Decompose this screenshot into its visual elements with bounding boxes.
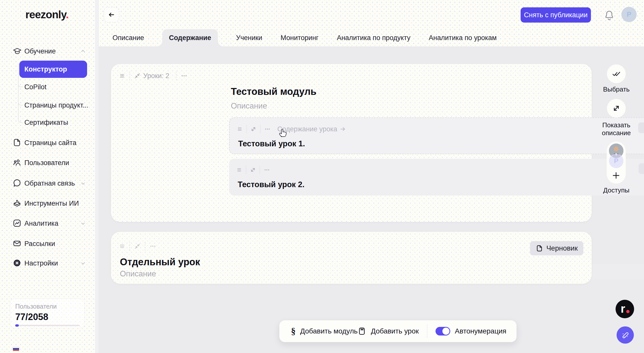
tab-description[interactable]: Описание bbox=[112, 34, 144, 42]
sidebar-item-site-pages[interactable]: Страницы сайта bbox=[0, 135, 95, 151]
section-icon: § bbox=[291, 326, 296, 337]
sidebar-item-product-pages[interactable]: Страницы продукт... bbox=[24, 101, 88, 109]
lesson-row[interactable]: Черновик Тестовый урок 2. bbox=[229, 159, 644, 196]
draft-doc-icon bbox=[536, 244, 543, 252]
status-badge[interactable]: Черновик bbox=[639, 163, 644, 174]
more-menu-icon[interactable] bbox=[264, 126, 271, 132]
more-menu-icon[interactable] bbox=[149, 243, 156, 250]
divider bbox=[176, 71, 176, 80]
sidebar-item-copilot[interactable]: CoPilot bbox=[24, 83, 46, 91]
drag-handle-icon[interactable] bbox=[119, 73, 125, 79]
collapse-icon[interactable] bbox=[134, 73, 141, 79]
tab-lesson-analytics[interactable]: Аналитика по урокам bbox=[429, 34, 497, 42]
tab-students[interactable]: Ученики bbox=[236, 34, 262, 42]
envelope-icon bbox=[13, 239, 22, 248]
divider bbox=[130, 71, 130, 80]
expand-icon[interactable] bbox=[250, 126, 256, 132]
autonumbering-toggle[interactable] bbox=[436, 327, 450, 336]
tab-product-analytics[interactable]: Аналитика по продукту bbox=[337, 34, 410, 42]
chevron-down-icon bbox=[80, 181, 86, 186]
sidebar-item-mailings[interactable]: Рассылки bbox=[0, 236, 95, 252]
module-title[interactable]: Тестовый модуль bbox=[231, 86, 316, 97]
chevron-down-icon bbox=[80, 221, 86, 226]
bookmark-save-icon bbox=[358, 327, 366, 336]
single-lesson-description-placeholder[interactable]: Описание bbox=[120, 269, 156, 278]
add-lesson-button[interactable]: Добавить урок bbox=[358, 327, 419, 336]
users-quota-value: 77/2058 bbox=[15, 312, 79, 322]
sidebar-item-label: Рассылки bbox=[24, 240, 55, 248]
module-description-placeholder[interactable]: Описание bbox=[231, 101, 267, 111]
lesson-content-link[interactable]: Содержание урока bbox=[277, 125, 346, 133]
sidebar-item-constructor[interactable]: Конструктор bbox=[19, 61, 87, 78]
lesson-title[interactable]: Тестовый урок 1. bbox=[238, 139, 305, 148]
reezonly-widget-button[interactable]: r bbox=[616, 300, 634, 318]
course-tabs: Описание Содержание Ученики Мониторинг А… bbox=[112, 29, 497, 46]
ai-box-icon bbox=[13, 199, 22, 208]
more-menu-icon[interactable] bbox=[181, 73, 188, 79]
access-avatar-initial: P bbox=[609, 154, 623, 168]
add-access-button[interactable] bbox=[610, 169, 622, 182]
sidebar-item-analytics[interactable]: Аналитика bbox=[0, 215, 95, 232]
tree-elbow bbox=[18, 83, 22, 87]
analytics-icon bbox=[13, 219, 22, 228]
sidebar-item-settings[interactable]: Настройки bbox=[0, 255, 95, 271]
divider bbox=[145, 242, 145, 251]
lesson-row[interactable]: Содержание урока Черновик Тестовый урок … bbox=[229, 117, 644, 154]
autonumbering-label: Автонумерация bbox=[455, 327, 506, 335]
divider bbox=[246, 125, 247, 133]
divider bbox=[260, 166, 260, 174]
autonumbering-control: Автонумерация bbox=[436, 327, 506, 336]
unpublish-button[interactable]: Снять с публикации bbox=[521, 7, 591, 23]
plus-icon bbox=[612, 171, 620, 180]
gear-icon bbox=[13, 259, 22, 268]
sidebar-item-feedback[interactable]: Обратная связь bbox=[0, 175, 95, 191]
add-module-button[interactable]: § Добавить модуль bbox=[291, 326, 358, 337]
tab-monitoring[interactable]: Мониторинг bbox=[281, 34, 319, 42]
divider bbox=[260, 125, 261, 133]
language-flag-ru[interactable] bbox=[13, 346, 19, 351]
tree-connector bbox=[18, 63, 19, 120]
chevron-down-icon bbox=[80, 260, 86, 266]
expand-icon[interactable] bbox=[250, 167, 256, 173]
lessons-count: Уроки: 2 bbox=[143, 72, 169, 80]
sidebar-item-ai-tools[interactable]: Инструменты ИИ bbox=[0, 195, 95, 211]
logo-dot: . bbox=[66, 9, 69, 21]
lesson-title[interactable]: Тестовый урок 2. bbox=[238, 180, 304, 189]
logo-text: reezonly bbox=[25, 9, 66, 21]
add-module-label: Добавить модуль bbox=[300, 327, 358, 335]
drag-handle-icon[interactable] bbox=[119, 243, 125, 250]
sidebar-item-users[interactable]: Пользователи bbox=[0, 155, 95, 171]
chevron-up-icon bbox=[80, 48, 86, 54]
collapse-icon[interactable] bbox=[134, 243, 141, 250]
sidebar-item-certificates[interactable]: Сертификаты bbox=[24, 119, 68, 127]
sidebar-divider bbox=[95, 0, 99, 353]
show-description-button[interactable] bbox=[607, 99, 626, 118]
logo: reezonly. bbox=[25, 9, 69, 21]
divider bbox=[246, 166, 246, 174]
sidebar-item-learning[interactable]: Обучение bbox=[0, 43, 95, 59]
single-lesson-title[interactable]: Отдельный урок bbox=[120, 257, 200, 268]
graduation-cap-icon bbox=[13, 47, 22, 56]
page-icon bbox=[13, 138, 22, 147]
drag-handle-icon[interactable] bbox=[236, 167, 242, 173]
logo-r-glyph: r bbox=[621, 302, 625, 315]
tab-content[interactable]: Содержание bbox=[162, 29, 218, 46]
logo-red-dot bbox=[626, 310, 630, 313]
module-card: Уроки: 2 Тестовый модуль Описание Содерж bbox=[111, 64, 592, 222]
builder-toolbar: § Добавить модуль Добавить урок Автонуме… bbox=[279, 320, 517, 342]
back-button[interactable] bbox=[104, 7, 119, 23]
more-menu-icon[interactable] bbox=[264, 167, 270, 173]
drag-handle-icon[interactable] bbox=[237, 126, 243, 132]
status-badge-label: Черновик bbox=[546, 244, 578, 252]
bell-icon[interactable] bbox=[604, 10, 615, 21]
sidebar-item-label: Обучение bbox=[24, 47, 56, 55]
select-label: Выбрать bbox=[591, 85, 642, 93]
magic-wand-button[interactable] bbox=[617, 326, 634, 344]
access-label: Доступы bbox=[591, 186, 642, 194]
avatar[interactable]: P bbox=[621, 7, 637, 22]
select-button[interactable] bbox=[607, 64, 626, 83]
status-badge[interactable]: Черновик bbox=[530, 241, 583, 255]
users-quota-progress-fill bbox=[15, 324, 19, 327]
sidebar-item-label: Аналитика bbox=[24, 220, 58, 227]
arrow-right-icon bbox=[340, 126, 346, 132]
